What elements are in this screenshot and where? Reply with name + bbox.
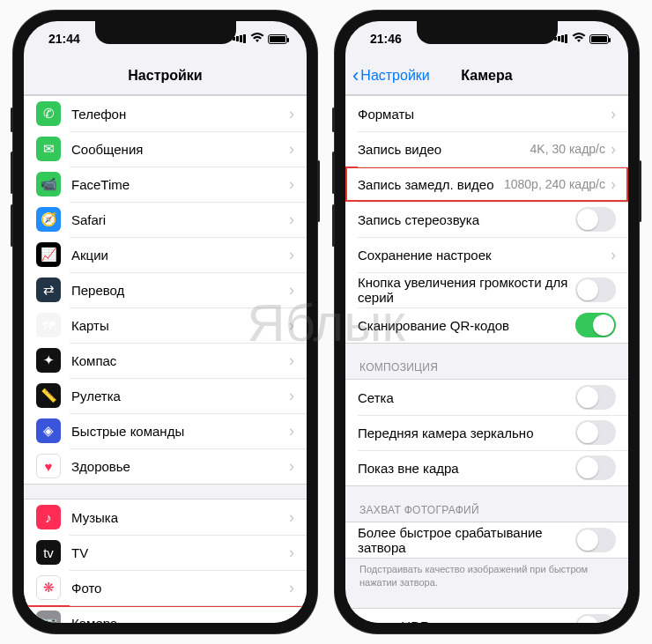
translate-icon: ⇄ <box>36 278 61 302</box>
compass-icon: ✦ <box>36 348 61 373</box>
back-button[interactable]: ‹ Настройки <box>352 66 430 85</box>
settings-row-safari[interactable]: 🧭Safari› <box>24 202 307 237</box>
phone-frame-left: 21:44 Настройки ✆Телефон›✉Сообщения›📹Fac… <box>13 11 317 633</box>
section-footer: Подстраивать качество изображений при бы… <box>345 559 628 594</box>
settings-row-mirror-front[interactable]: Передняя камера зеркально <box>345 415 628 450</box>
chevron-right-icon: › <box>611 246 616 264</box>
toggle-scan-qr[interactable] <box>575 313 616 337</box>
row-label: FaceTime <box>71 177 289 192</box>
row-label: Сообщения <box>71 142 289 157</box>
settings-row-facetime[interactable]: 📹FaceTime› <box>24 167 307 202</box>
row-value: 4K, 30 кадр/с <box>530 142 605 156</box>
shortcuts-icon: ◈ <box>36 418 61 443</box>
facetime-icon: 📹 <box>36 172 61 196</box>
settings-row-record-slomo[interactable]: Запись замедл. видео1080p, 240 кадр/с› <box>345 167 628 202</box>
chevron-right-icon: › <box>289 579 294 597</box>
chevron-right-icon: › <box>289 281 294 300</box>
toggle-smart-hdr[interactable] <box>575 614 616 623</box>
toggle-mirror-front[interactable] <box>575 420 616 445</box>
phone-icon: ✆ <box>36 101 61 126</box>
safari-icon: 🧭 <box>36 207 61 232</box>
row-label: Запись стереозвука <box>358 212 575 227</box>
settings-row-camera[interactable]: 📷Камера› <box>24 605 307 623</box>
row-label: Камера <box>71 616 289 624</box>
settings-row-grid[interactable]: Сетка <box>345 380 628 415</box>
row-label: Safari <box>71 212 289 227</box>
settings-row-measure[interactable]: 📏Рулетка› <box>24 378 307 413</box>
settings-row-health[interactable]: ♥Здоровье› <box>24 448 307 484</box>
section-header: ЗАХВАТ ФОТОГРАФИЙ <box>345 500 628 522</box>
row-label: Компас <box>71 353 289 368</box>
row-label: Музыка <box>71 510 289 525</box>
phone-frame-right: 21:46 ‹ Настройки Камера Форматы›Запись … <box>335 11 639 633</box>
row-label: Здоровье <box>71 459 289 474</box>
notch <box>417 21 558 44</box>
signal-icon <box>554 34 568 43</box>
row-label: Телефон <box>71 107 289 122</box>
settings-row-maps[interactable]: 🗺Карты› <box>24 307 307 343</box>
row-label: Кнопка увеличения громкости для серий <box>358 275 575 305</box>
row-label: Акции <box>71 248 289 263</box>
chevron-right-icon: › <box>289 175 294 194</box>
chevron-right-icon: › <box>289 457 294 476</box>
settings-row-view-outside-frame[interactable]: Показ вне кадра <box>345 450 628 485</box>
row-label: Карты <box>71 318 289 333</box>
toggle-stereo-sound[interactable] <box>575 207 616 232</box>
row-label: Смарт-HDR <box>358 618 575 623</box>
settings-row-stocks[interactable]: 📈Акции› <box>24 237 307 272</box>
notch <box>95 21 236 44</box>
settings-row-stereo-sound[interactable]: Запись стереозвука <box>345 202 628 237</box>
toggle-view-outside-frame[interactable] <box>575 455 616 480</box>
clock: 21:44 <box>48 32 80 46</box>
chevron-right-icon: › <box>289 544 294 562</box>
camera-icon: 📷 <box>36 611 61 623</box>
wifi-icon <box>572 32 586 46</box>
chevron-right-icon: › <box>611 105 616 123</box>
battery-icon <box>268 34 287 44</box>
wifi-icon <box>250 32 264 46</box>
chevron-right-icon: › <box>611 140 616 159</box>
row-label: Сканирование QR-кодов <box>358 318 575 333</box>
settings-row-phone[interactable]: ✆Телефон› <box>24 96 307 131</box>
chevron-right-icon: › <box>289 614 294 624</box>
photos-icon: ❋ <box>36 575 61 600</box>
toggle-grid[interactable] <box>575 385 616 410</box>
settings-row-volume-burst[interactable]: Кнопка увеличения громкости для серий <box>345 272 628 307</box>
settings-row-scan-qr[interactable]: Сканирование QR-кодов <box>345 307 628 343</box>
settings-row-record-video[interactable]: Запись видео4K, 30 кадр/с› <box>345 131 628 167</box>
settings-list[interactable]: ✆Телефон›✉Сообщения›📹FaceTime›🧭Safari›📈А… <box>24 95 307 623</box>
navbar: Настройки <box>24 56 307 95</box>
maps-icon: 🗺 <box>36 313 61 337</box>
music-icon: ♪ <box>36 505 61 529</box>
settings-row-music[interactable]: ♪Музыка› <box>24 500 307 535</box>
health-icon: ♥ <box>36 454 61 478</box>
settings-row-formats[interactable]: Форматы› <box>345 96 628 131</box>
row-label: Показ вне кадра <box>358 461 575 476</box>
settings-row-preserve-settings[interactable]: Сохранение настроек› <box>345 237 628 272</box>
settings-row-faster-shutter[interactable]: Более быстрое срабатывание затвора <box>345 522 628 558</box>
settings-row-tv[interactable]: tvTV› <box>24 535 307 570</box>
row-label: Быстрые команды <box>71 424 289 439</box>
toggle-volume-burst[interactable] <box>575 278 616 302</box>
settings-row-translate[interactable]: ⇄Перевод› <box>24 272 307 307</box>
row-label: Запись видео <box>358 142 530 157</box>
camera-settings-list[interactable]: Форматы›Запись видео4K, 30 кадр/с›Запись… <box>345 95 628 623</box>
signal-icon <box>233 34 247 43</box>
settings-row-compass[interactable]: ✦Компас› <box>24 343 307 378</box>
settings-row-messages[interactable]: ✉Сообщения› <box>24 131 307 167</box>
chevron-right-icon: › <box>289 316 294 335</box>
battery-icon <box>589 34 609 44</box>
row-label: Сохранение настроек <box>358 248 611 263</box>
clock: 21:46 <box>370 32 402 46</box>
row-label: Более быстрое срабатывание затвора <box>358 525 575 555</box>
settings-row-smart-hdr[interactable]: Смарт-HDR <box>345 609 628 623</box>
row-label: Форматы <box>358 107 611 122</box>
settings-row-shortcuts[interactable]: ◈Быстрые команды› <box>24 413 307 448</box>
chevron-right-icon: › <box>289 246 294 264</box>
chevron-right-icon: › <box>611 175 616 194</box>
row-label: Сетка <box>358 390 575 405</box>
toggle-faster-shutter[interactable] <box>575 528 616 552</box>
settings-row-photos[interactable]: ❋Фото› <box>24 570 307 605</box>
row-label: Запись замедл. видео <box>358 177 504 192</box>
row-label: Передняя камера зеркально <box>358 426 575 440</box>
